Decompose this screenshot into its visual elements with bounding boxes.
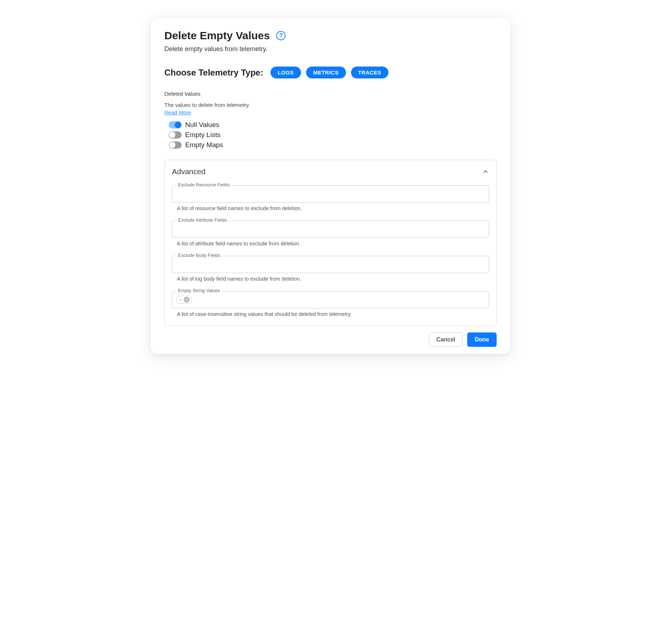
toggle-row-null-values: Null Values [169, 121, 497, 129]
empty-string-values-text[interactable] [194, 297, 485, 303]
advanced-panel: Advanced Exclude Resource Fields A list … [164, 160, 497, 326]
exclude-body-fields-helper: A list of log body field names to exclud… [172, 276, 489, 282]
deleted-values-description: The values to delete from telemetry. [164, 102, 497, 108]
toggle-empty-lists[interactable] [169, 131, 182, 139]
dialog-header: Delete Empty Values ? [164, 30, 497, 42]
cancel-button[interactable]: Cancel [429, 332, 463, 347]
exclude-resource-fields-label: Exclude Resource Fields [176, 182, 232, 187]
exclude-body-fields-label: Exclude Body Fields [176, 253, 223, 258]
exclude-resource-fields-text[interactable] [177, 191, 484, 197]
toggle-list: Null Values Empty Lists Empty Maps [164, 121, 497, 149]
toggle-label-empty-maps: Empty Maps [185, 141, 223, 149]
toggle-label-empty-lists: Empty Lists [185, 131, 220, 139]
exclude-body-fields-text[interactable] [177, 262, 484, 268]
exclude-attribute-fields-label: Exclude Attribute Fields [176, 217, 229, 223]
dialog-card: Delete Empty Values ? Delete empty value… [151, 18, 510, 354]
exclude-resource-fields-group: Exclude Resource Fields A list of resour… [172, 185, 489, 211]
advanced-title: Advanced [172, 167, 205, 176]
exclude-body-fields-group: Exclude Body Fields A list of log body f… [172, 256, 489, 282]
deleted-values-block: Deleted Values The values to delete from… [164, 91, 497, 149]
chip-dash-text: - [180, 297, 182, 303]
dialog-title: Delete Empty Values [164, 30, 270, 42]
telemetry-pill-metrics[interactable]: METRICS [306, 67, 346, 78]
toggle-row-empty-maps: Empty Maps [169, 141, 497, 149]
toggle-row-empty-lists: Empty Lists [169, 131, 497, 139]
empty-string-values-helper: A list of case-insensitive string values… [172, 311, 489, 317]
done-button[interactable]: Done [467, 332, 497, 347]
telemetry-pill-logs[interactable]: LOGS [270, 67, 301, 78]
advanced-header[interactable]: Advanced [172, 167, 489, 176]
dialog-subtitle: Delete empty values from telemetry. [164, 45, 497, 53]
exclude-body-fields-input[interactable]: Exclude Body Fields [172, 256, 489, 273]
telemetry-type-row: Choose Telemetry Type: LOGS METRICS TRAC… [164, 67, 497, 78]
telemetry-type-heading: Choose Telemetry Type: [164, 68, 263, 78]
exclude-attribute-fields-helper: A list of attribute field names to exclu… [172, 241, 489, 246]
exclude-attribute-fields-input[interactable]: Exclude Attribute Fields [172, 221, 489, 238]
chip-remove-icon[interactable]: ✕ [184, 297, 190, 303]
dialog-footer: Cancel Done [151, 326, 510, 347]
toggle-label-null-values: Null Values [185, 121, 219, 129]
exclude-resource-fields-helper: A list of resource field names to exclud… [172, 205, 489, 211]
empty-string-values-label: Empty String Values [176, 288, 222, 293]
exclude-attribute-fields-text[interactable] [177, 226, 484, 232]
dialog-scroll-area[interactable]: Delete Empty Values ? Delete empty value… [151, 30, 510, 326]
exclude-attribute-fields-group: Exclude Attribute Fields A list of attri… [172, 221, 489, 246]
chevron-up-icon [482, 168, 489, 175]
chip-dash: - ✕ [176, 296, 192, 304]
toggle-empty-maps[interactable] [169, 141, 182, 149]
empty-string-values-input[interactable]: Empty String Values - ✕ [172, 291, 489, 308]
empty-string-values-group: Empty String Values - ✕ A list of case-i… [172, 291, 489, 317]
telemetry-pill-traces[interactable]: TRACES [351, 67, 389, 78]
read-more-link[interactable]: Read More [164, 109, 191, 115]
exclude-resource-fields-input[interactable]: Exclude Resource Fields [172, 185, 489, 203]
toggle-null-values[interactable] [169, 121, 182, 128]
help-icon[interactable]: ? [276, 31, 286, 40]
deleted-values-label: Deleted Values [164, 91, 497, 97]
